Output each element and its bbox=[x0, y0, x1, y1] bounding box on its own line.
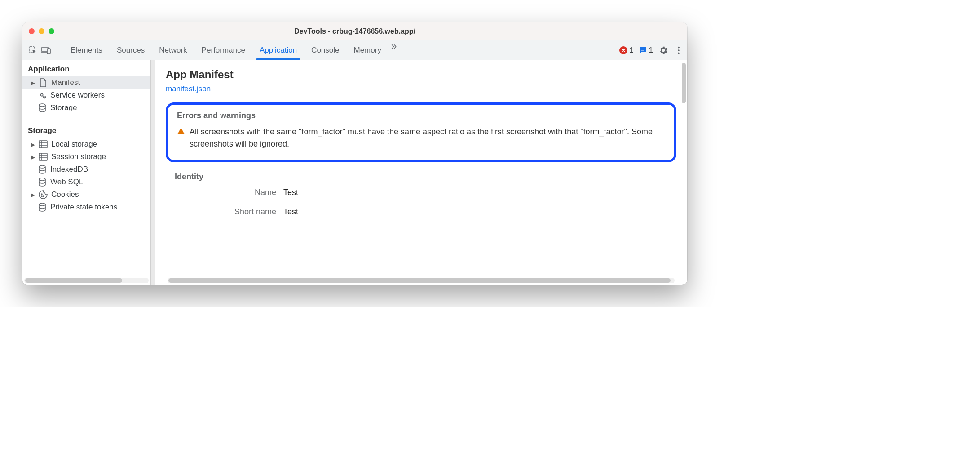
tab-console[interactable]: Console bbox=[304, 40, 346, 60]
toolbar-right: 1 1 bbox=[619, 45, 684, 55]
application-sidebar: Application ▶ Manifest Service workers bbox=[22, 60, 151, 285]
svg-point-7 bbox=[678, 52, 680, 54]
errors-section-title: Errors and warnings bbox=[177, 111, 665, 120]
traffic-lights bbox=[29, 28, 54, 34]
svg-rect-19 bbox=[181, 130, 181, 132]
tab-network[interactable]: Network bbox=[152, 40, 194, 60]
svg-point-17 bbox=[41, 196, 42, 197]
identity-row-short-name: Short name Test bbox=[166, 207, 676, 217]
svg-point-18 bbox=[39, 203, 45, 206]
sidebar-item-service-workers[interactable]: Service workers bbox=[22, 89, 150, 102]
zoom-window-button[interactable] bbox=[49, 28, 54, 34]
warning-icon bbox=[177, 127, 185, 135]
inspect-element-icon[interactable] bbox=[26, 44, 40, 57]
svg-rect-4 bbox=[641, 50, 644, 51]
svg-point-10 bbox=[39, 104, 45, 107]
file-icon bbox=[39, 78, 48, 87]
svg-rect-20 bbox=[181, 133, 181, 134]
sidebar-item-label: Service workers bbox=[50, 91, 105, 100]
database-icon bbox=[38, 178, 47, 187]
devtools-window: DevTools - crbug-1476656.web.app/ Elemen… bbox=[22, 22, 687, 285]
svg-point-13 bbox=[39, 165, 45, 168]
sidebar-item-label: Private state tokens bbox=[50, 203, 117, 212]
sidebar-item-local-storage[interactable]: ▶ Local storage bbox=[22, 138, 150, 151]
table-icon bbox=[39, 140, 48, 149]
window-titlebar: DevTools - crbug-1476656.web.app/ bbox=[22, 22, 687, 40]
tab-performance[interactable]: Performance bbox=[194, 40, 252, 60]
errors-warnings-section: Errors and warnings All screenshots with… bbox=[166, 102, 676, 162]
sidebar-item-storage[interactable]: Storage bbox=[22, 102, 150, 114]
chevron-right-icon: ▶ bbox=[31, 154, 35, 160]
device-toolbar-icon[interactable] bbox=[40, 44, 53, 57]
cookie-icon bbox=[39, 190, 48, 199]
tab-application[interactable]: Application bbox=[252, 40, 304, 60]
section-header-application: Application bbox=[22, 60, 150, 76]
database-icon bbox=[38, 103, 47, 112]
errors-badge[interactable]: 1 bbox=[619, 46, 633, 55]
sidebar-item-session-storage[interactable]: ▶ Session storage bbox=[22, 151, 150, 163]
errors-count: 1 bbox=[629, 46, 633, 55]
sidebar-item-label: Session storage bbox=[51, 152, 106, 161]
sidebar-item-manifest[interactable]: ▶ Manifest bbox=[22, 76, 150, 89]
warning-row: All screenshots with the same "form_fact… bbox=[177, 126, 665, 150]
sidebar-item-label: Cookies bbox=[51, 190, 79, 199]
manifest-link[interactable]: manifest.json bbox=[166, 84, 676, 93]
sidebar-item-label: Web SQL bbox=[50, 178, 83, 187]
sidebar-item-websql[interactable]: Web SQL bbox=[22, 176, 150, 188]
identity-value: Test bbox=[283, 188, 298, 197]
identity-key: Short name bbox=[166, 207, 276, 217]
issues-count: 1 bbox=[649, 46, 653, 55]
svg-point-14 bbox=[39, 178, 45, 181]
sidebar-item-label: Storage bbox=[50, 103, 77, 112]
issues-badge[interactable]: 1 bbox=[639, 46, 653, 55]
svg-point-6 bbox=[678, 49, 680, 51]
more-options-button[interactable] bbox=[674, 45, 684, 55]
toolbar-separator bbox=[56, 45, 56, 55]
main-horizontal-scrollbar[interactable] bbox=[168, 278, 675, 283]
devtools-toolbar: Elements Sources Network Performance App… bbox=[22, 40, 687, 60]
svg-rect-12 bbox=[39, 153, 47, 160]
sidebar-item-label: Local storage bbox=[51, 140, 97, 149]
sidebar-splitter[interactable] bbox=[151, 60, 155, 285]
more-tabs-button[interactable]: » bbox=[388, 40, 399, 60]
page-title: App Manifest bbox=[166, 68, 676, 81]
sidebar-item-cookies[interactable]: ▶ Cookies bbox=[22, 188, 150, 201]
sidebar-item-label: IndexedDB bbox=[50, 165, 88, 174]
sidebar-divider bbox=[22, 118, 150, 118]
tab-sources[interactable]: Sources bbox=[110, 40, 152, 60]
issues-icon bbox=[639, 46, 647, 54]
window-title: DevTools - crbug-1476656.web.app/ bbox=[22, 27, 687, 36]
sidebar-item-label: Manifest bbox=[51, 78, 80, 87]
chevron-right-icon: ▶ bbox=[31, 80, 35, 86]
sidebar-horizontal-scrollbar[interactable] bbox=[24, 278, 149, 283]
svg-point-5 bbox=[678, 46, 680, 48]
main-vertical-scrollbar[interactable] bbox=[682, 63, 686, 103]
identity-section-title: Identity bbox=[175, 172, 676, 182]
chevron-right-icon: ▶ bbox=[31, 191, 35, 198]
gears-icon bbox=[38, 91, 47, 100]
svg-rect-11 bbox=[39, 141, 47, 148]
chevron-right-icon: ▶ bbox=[31, 141, 35, 148]
minimize-window-button[interactable] bbox=[39, 28, 44, 34]
svg-rect-3 bbox=[641, 49, 645, 49]
content-area: Application ▶ Manifest Service workers bbox=[22, 60, 687, 285]
settings-button[interactable] bbox=[658, 45, 668, 55]
error-icon bbox=[619, 46, 627, 54]
table-icon bbox=[39, 152, 48, 161]
tab-elements[interactable]: Elements bbox=[63, 40, 110, 60]
identity-row-name: Name Test bbox=[166, 188, 676, 197]
tab-memory[interactable]: Memory bbox=[346, 40, 388, 60]
svg-point-15 bbox=[41, 194, 42, 195]
identity-value: Test bbox=[283, 207, 298, 217]
identity-key: Name bbox=[166, 188, 276, 197]
svg-point-9 bbox=[44, 97, 45, 98]
warning-text: All screenshots with the same "form_fact… bbox=[190, 126, 665, 150]
sidebar-item-indexeddb[interactable]: IndexedDB bbox=[22, 163, 150, 176]
section-header-storage: Storage bbox=[22, 122, 150, 138]
panel-tabs: Elements Sources Network Performance App… bbox=[63, 40, 399, 60]
manifest-panel: App Manifest manifest.json Errors and wa… bbox=[155, 60, 687, 285]
sidebar-item-private-state-tokens[interactable]: Private state tokens bbox=[22, 201, 150, 213]
database-icon bbox=[38, 165, 47, 174]
svg-point-16 bbox=[43, 196, 44, 197]
close-window-button[interactable] bbox=[29, 28, 35, 34]
